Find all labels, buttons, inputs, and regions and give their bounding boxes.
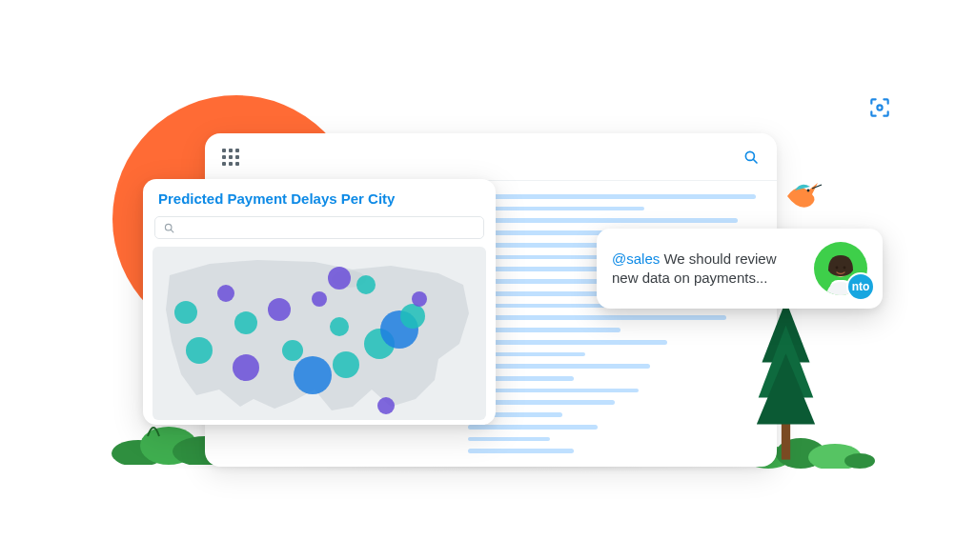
map-bubble[interactable]: [333, 351, 359, 378]
map-card-title: Predicted Payment Delays Per City: [143, 179, 496, 210]
svg-point-8: [844, 453, 875, 469]
chat-mention[interactable]: @sales: [612, 250, 660, 267]
dashboard-header: [205, 133, 777, 181]
map-bubble[interactable]: [234, 311, 257, 334]
bar: [468, 194, 756, 199]
map-search-input[interactable]: [154, 216, 484, 239]
svg-point-24: [836, 267, 839, 270]
map-bubble[interactable]: [330, 317, 349, 336]
decorative-tree: [755, 299, 817, 465]
svg-point-25: [844, 267, 846, 270]
bar: [468, 437, 550, 442]
map-bubble[interactable]: [312, 291, 327, 307]
map-bubble[interactable]: [268, 298, 291, 321]
map-bubble[interactable]: [174, 301, 197, 324]
chat-avatar[interactable]: nto: [814, 242, 867, 295]
bar: [468, 315, 726, 320]
svg-line-17: [753, 159, 757, 163]
bar: [468, 218, 738, 223]
svg-line-19: [171, 230, 173, 232]
map-viewport[interactable]: [152, 247, 486, 420]
map-card: Predicted Payment Delays Per City: [143, 179, 496, 425]
map-bubble[interactable]: [356, 275, 376, 294]
bar: [468, 449, 574, 453]
chat-message-text: @sales We should review new data on paym…: [612, 250, 803, 289]
map-bubble[interactable]: [186, 337, 213, 364]
us-map-outline: [152, 247, 486, 420]
bar: [468, 340, 667, 345]
map-bubble[interactable]: [217, 285, 234, 302]
search-icon[interactable]: [742, 149, 760, 166]
map-bubble[interactable]: [412, 291, 427, 307]
decorative-hummingbird: [782, 177, 824, 215]
apps-grid-icon[interactable]: [222, 149, 239, 166]
scan-icon[interactable]: [867, 95, 892, 120]
org-badge: nto: [846, 272, 875, 301]
svg-point-13: [807, 190, 810, 192]
bar-chart-panel: [462, 181, 777, 467]
chat-message-card[interactable]: @sales We should review new data on paym…: [597, 229, 883, 309]
bar: [468, 425, 598, 430]
map-bubble[interactable]: [328, 267, 351, 290]
map-bubble[interactable]: [400, 304, 425, 329]
map-bubble[interactable]: [294, 356, 332, 394]
svg-point-15: [877, 105, 882, 110]
